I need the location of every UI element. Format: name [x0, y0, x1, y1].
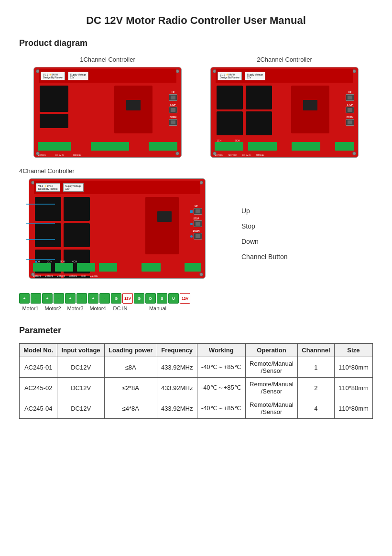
btn-down-inner-4ch [196, 234, 200, 238]
size-ac245-01: 110*80mm [334, 357, 372, 378]
pin-m3-plus: + [65, 293, 76, 304]
model-ac245-04: AC245-04 [20, 398, 57, 419]
pin-man-g: G [134, 293, 144, 304]
relay-2 [40, 114, 68, 128]
pin-dc-12v: 12V [122, 293, 133, 304]
controller-1ch: 1Channel Controller V1.1 ⚡94V-0Design By… [33, 56, 182, 158]
controller-1ch-label: 1Channel Controller [80, 56, 135, 63]
pcb-version-label-2ch: V1.1 ⚡94V-0Design By Flamko [218, 72, 242, 80]
parameter-heading: Parameter [19, 326, 373, 336]
terminal-dc-4ch [142, 263, 161, 272]
controller-4ch-label: 4Channel Controller [19, 167, 75, 174]
operation-ac245-02: Remote/Manual/Sensor [245, 378, 297, 398]
pin-man-u: U [168, 293, 179, 304]
btn-up-row-2ch: UP [346, 91, 354, 101]
header-working: Working [197, 344, 245, 357]
btn-down-label-4ch: DOWN [193, 230, 199, 232]
btn-down-label-1ch: DOWN [170, 116, 176, 119]
gap5-4ch [162, 263, 184, 272]
label-motor1-1ch: MOTOR1 [38, 154, 46, 156]
relay-2ch-4 [246, 111, 272, 135]
pcb-supply-label-2ch: Supply Voltage12V [245, 72, 265, 80]
model-ac245-01: AC245-01 [20, 357, 57, 378]
relay-2ch-3 [246, 86, 272, 109]
label-manual-1ch: MANUAL [73, 154, 81, 156]
pin-m2-plus: + [42, 293, 53, 304]
btn-down-row-1ch: DOWN [169, 116, 177, 126]
pin-m1-plus: + [19, 293, 30, 304]
callout-stop: Stop [241, 222, 288, 230]
btn-up-row-1ch: UP [169, 91, 177, 101]
pcb-buttons-1ch: UP STOP DOWN [169, 91, 177, 126]
terminal-group-labels: Motor1 Motor2 Motor3 Motor4 DC IN Manual [19, 305, 373, 311]
btn-down-inner-2ch [348, 120, 352, 124]
size-ac245-02: 110*80mm [334, 378, 372, 398]
four-ch-row: 4Channel Controller V1.1 ⚡94V-0Design By… [19, 167, 373, 279]
pin-m1-minus: - [31, 293, 41, 304]
btn-stop-row-1ch: STOP [169, 104, 177, 113]
btn-up-4ch [194, 208, 202, 215]
callout-channel: Channel Button [241, 253, 288, 261]
pin-m4-plus: + [88, 293, 98, 304]
table-row: AC245-02 DC12V ≤2*8A 433.92MHz -40℃～+85℃… [20, 378, 373, 398]
group-motor3: Motor3 [64, 305, 87, 311]
channel-ac245-01: 1 [298, 357, 335, 378]
header-frequency: Frequency [157, 344, 197, 357]
group-motor2: Motor2 [42, 305, 64, 311]
pcb-relays-2ch [217, 86, 272, 135]
header-channel: Channnel [298, 344, 335, 357]
pin-man-s: S [157, 293, 167, 304]
pin-m4-minus: - [99, 293, 110, 304]
controller-2ch-label: 2Channel Controller [257, 56, 312, 63]
label-motor2-2ch: MOTOR2 [229, 154, 237, 156]
group-motor4: Motor4 [87, 305, 109, 311]
btn-up-label-1ch: UP [172, 91, 174, 94]
freq-ac245-04: 433.92MHz [157, 398, 197, 419]
btn-down-inner-1ch [171, 120, 175, 124]
label-manual-2ch: MANUAL [256, 154, 264, 156]
header-operation: Operation [245, 344, 297, 357]
bottom-labels-1ch: MOTOR1 DC 5V IN MANUAL [38, 154, 81, 156]
parameter-section: Parameter Model No. Input voltage Loadin… [19, 326, 373, 419]
relay-1 [40, 86, 68, 112]
btn-stop-row-4ch: STOP [190, 218, 202, 227]
btn-down-row-2ch: DOWN [346, 116, 354, 126]
pcb-chip-area-2ch [291, 86, 329, 133]
callout-dot-up [190, 210, 193, 213]
terminal-manual-1ch [149, 142, 177, 151]
btn-stop-row-2ch: STOP [346, 104, 354, 113]
terminal-manual-4ch [185, 263, 201, 272]
controller-2ch-image: V1.1 ⚡94V-0Design By Flamko Supply Volta… [210, 67, 359, 158]
btn-stop-label-4ch: STOP [193, 218, 199, 220]
pcb-chip-4ch [157, 211, 172, 222]
table-row: AC245-04 DC12V ≤4*8A 433.92MHz -40℃～+85℃… [20, 398, 373, 419]
label-dcin-2ch: DC 5V IN [242, 154, 250, 156]
group-dcin: DC IN [109, 305, 131, 311]
pcb-top-bar-4ch: V1.1 ⚡94V-0Design By Flamko Supply Volta… [34, 181, 200, 194]
header-voltage: Input voltage [57, 344, 104, 357]
terminal-strip-visual: + - + - + - + - G 12V G D S U 12V [19, 293, 373, 304]
pcb-relays-1ch [40, 86, 68, 128]
pcb-version-label-4ch: V1.1 ⚡94V-0Design By Flamko [36, 183, 60, 192]
group-manual: Manual [131, 305, 184, 311]
screw-br-4ch [199, 273, 203, 276]
terminal-gap-1ch [73, 142, 89, 151]
terminal-manual-2ch [335, 142, 354, 151]
header-loading: Loading power [104, 344, 157, 357]
bottom-labels-2ch: MOTOR1 MOTOR2 DC 5V IN MANUAL [215, 154, 264, 156]
label-motor1-2ch: MOTOR1 [215, 154, 223, 156]
voltage-ac245-04: DC12V [57, 398, 104, 419]
size-ac245-04: 110*80mm [334, 398, 372, 419]
terminal-gap2-1ch [131, 142, 147, 151]
btn-up-inner-1ch [171, 96, 175, 99]
pin-m2-minus: - [54, 293, 64, 304]
callout-annotations: Up Stop Down Channel Button [210, 207, 288, 261]
btn-up-inner-4ch [196, 209, 200, 213]
callout-down: Down [241, 238, 288, 245]
terminal-dc-1ch [91, 142, 129, 151]
terminal-pins-container: + - + - + - + - G 12V G D S U 12V [19, 293, 191, 304]
pin-man-12v: 12V [180, 293, 190, 304]
terminal-motor2-2ch [248, 142, 277, 151]
pcb-buttons-4ch: UP STOP [190, 205, 202, 240]
pcb-supply-label-1ch: Supply Voltage12V [68, 72, 88, 80]
